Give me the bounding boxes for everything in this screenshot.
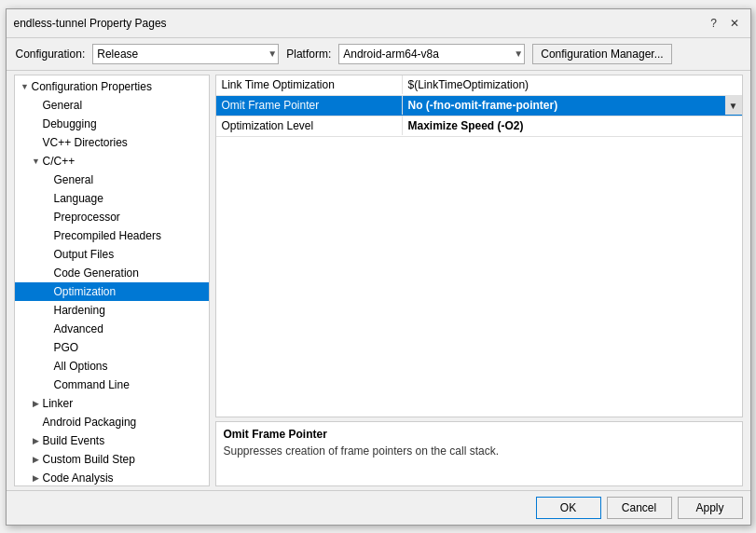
cancel-button[interactable]: Cancel [607, 497, 672, 519]
tree-label-build-events: Build Events [43, 434, 105, 447]
tree-expander-build-events: ▶ [30, 434, 43, 447]
tree-panel: ▼Configuration PropertiesGeneralDebuggin… [14, 75, 210, 486]
tree-label-vc-dirs: VC++ Directories [43, 136, 128, 149]
close-button[interactable]: ✕ [726, 15, 743, 32]
prop-row-link-time-opt[interactable]: Link Time Optimization$(LinkTimeOptimiza… [216, 75, 742, 96]
tree-label-code-analysis: Code Analysis [43, 472, 114, 485]
tree-expander-config-props: ▼ [19, 80, 32, 93]
button-bar: OK Cancel Apply [7, 490, 750, 525]
tree-expander-custom-build: ▶ [30, 453, 43, 466]
tree-label-pgo: PGO [54, 341, 79, 354]
tree-item-command-line[interactable]: Command Line [15, 376, 209, 394]
tree-item-language[interactable]: Language [15, 189, 209, 208]
tree-label-optimization: Optimization [54, 285, 117, 298]
tree-item-code-analysis[interactable]: ▶Code Analysis [15, 469, 209, 486]
dialog-title: endless-tunnel Property Pages [14, 17, 167, 30]
tree-label-all-options: All Options [54, 360, 108, 373]
configuration-select-wrapper: Release ▼ [92, 44, 279, 64]
prop-row-omit-frame-ptr[interactable]: Omit Frame PointerNo (-fno-omit-frame-po… [216, 96, 742, 116]
tree-item-pgo[interactable]: PGO [15, 338, 209, 357]
tree-label-android-pkg: Android Packaging [43, 416, 137, 429]
tree-item-advanced[interactable]: Advanced [15, 320, 209, 338]
tree-item-hardening[interactable]: Hardening [15, 301, 209, 320]
platform-select[interactable]: Android-arm64-v8a [338, 44, 525, 64]
tree-item-output-files[interactable]: Output Files [15, 245, 209, 264]
config-bar: Configuration: Release ▼ Platform: Andro… [7, 38, 750, 71]
tree-label-linker: Linker [43, 397, 74, 410]
configuration-select[interactable]: Release [92, 44, 279, 64]
tree-label-command-line: Command Line [54, 378, 130, 391]
description-panel: Omit Frame Pointer Suppresses creation o… [215, 421, 743, 486]
title-bar-buttons: ? ✕ [706, 15, 743, 32]
tree-item-android-pkg[interactable]: Android Packaging [15, 413, 209, 431]
tree-item-debugging[interactable]: Debugging [15, 115, 209, 133]
tree-item-config-props[interactable]: ▼Configuration Properties [15, 77, 209, 96]
tree-item-linker[interactable]: ▶Linker [15, 394, 209, 413]
title-bar: endless-tunnel Property Pages ? ✕ [7, 9, 750, 38]
description-text: Suppresses creation of frame pointers on… [224, 444, 735, 458]
tree-expander-cpp: ▼ [30, 155, 43, 168]
prop-dropdown-omit-frame-ptr[interactable]: ▼ [725, 96, 742, 115]
property-pages-dialog: endless-tunnel Property Pages ? ✕ Config… [6, 8, 751, 526]
properties-table: Link Time Optimization$(LinkTimeOptimiza… [215, 75, 743, 417]
tree-label-custom-build: Custom Build Step [43, 453, 135, 466]
platform-label: Platform: [286, 48, 331, 61]
tree-label-advanced: Advanced [54, 322, 103, 335]
prop-name-opt-level: Optimization Level [216, 116, 403, 135]
tree-item-all-options[interactable]: All Options [15, 357, 209, 376]
tree-item-precompiled[interactable]: Precompiled Headers [15, 226, 209, 245]
tree-label-language: Language [54, 192, 103, 205]
tree-label-cpp: C/C++ [43, 155, 76, 168]
tree-item-code-gen[interactable]: Code Generation [15, 264, 209, 282]
prop-value-omit-frame-ptr: No (-fno-omit-frame-pointer) [403, 96, 725, 115]
description-title: Omit Frame Pointer [224, 428, 735, 441]
prop-name-omit-frame-ptr: Omit Frame Pointer [216, 96, 403, 115]
tree-item-general[interactable]: General [15, 96, 209, 115]
tree-item-vc-dirs[interactable]: VC++ Directories [15, 133, 209, 152]
tree-expander-linker: ▶ [30, 397, 43, 410]
tree-label-preprocessor: Preprocessor [54, 211, 120, 224]
right-panel: Link Time Optimization$(LinkTimeOptimiza… [215, 75, 743, 486]
tree-label-output-files: Output Files [54, 248, 115, 261]
configuration-label: Configuration: [16, 48, 86, 61]
platform-select-wrapper: Android-arm64-v8a ▼ [338, 44, 525, 64]
tree-item-cpp[interactable]: ▼C/C++ [15, 152, 209, 171]
ok-button[interactable]: OK [536, 497, 601, 519]
tree-label-code-gen: Code Generation [54, 266, 139, 280]
tree-item-custom-build[interactable]: ▶Custom Build Step [15, 450, 209, 469]
apply-button[interactable]: Apply [678, 497, 743, 519]
tree-item-build-events[interactable]: ▶Build Events [15, 431, 209, 450]
tree-label-general: General [43, 99, 83, 112]
prop-value-opt-level: Maximize Speed (-O2) [403, 116, 742, 135]
main-area: ▼Configuration PropertiesGeneralDebuggin… [7, 71, 750, 490]
tree-label-config-props: Configuration Properties [32, 80, 152, 93]
tree-label-precompiled: Precompiled Headers [54, 229, 161, 242]
prop-row-opt-level[interactable]: Optimization LevelMaximize Speed (-O2) [216, 116, 742, 137]
tree-item-optimization[interactable]: Optimization [15, 282, 209, 301]
tree-label-hardening: Hardening [54, 304, 105, 317]
tree-expander-code-analysis: ▶ [30, 472, 43, 485]
help-button[interactable]: ? [706, 15, 722, 32]
configuration-manager-button[interactable]: Configuration Manager... [532, 44, 671, 64]
tree-label-debugging: Debugging [43, 117, 97, 130]
prop-name-link-time-opt: Link Time Optimization [216, 75, 403, 94]
tree-item-cpp-general[interactable]: General [15, 171, 209, 189]
tree-item-preprocessor[interactable]: Preprocessor [15, 208, 209, 226]
prop-value-link-time-opt: $(LinkTimeOptimization) [403, 75, 742, 94]
tree-label-cpp-general: General [54, 173, 94, 186]
